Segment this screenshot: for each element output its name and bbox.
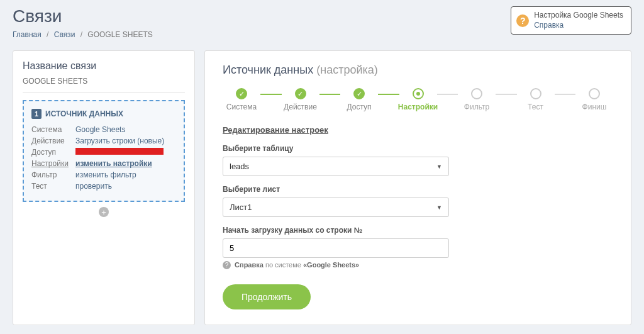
source-header: 1 ИСТОЧНИК ДАННЫХ bbox=[31, 109, 176, 119]
continue-button[interactable]: Продолжить bbox=[223, 284, 311, 309]
step-system[interactable]: Система bbox=[223, 88, 260, 111]
src-label-filter: Фильтр bbox=[31, 170, 75, 179]
src-val-system[interactable]: Google Sheets bbox=[75, 125, 125, 134]
select-table[interactable]: leads bbox=[223, 157, 449, 176]
src-label-action: Действие bbox=[31, 136, 75, 145]
help-box: ? Настройка Google Sheets Справка bbox=[511, 6, 631, 35]
connection-name: GOOGLE SHEETS bbox=[23, 77, 185, 92]
right-panel: Источник данных (настройка) Система Дейс… bbox=[204, 50, 631, 325]
step-filter[interactable]: Фильтр bbox=[458, 88, 496, 111]
step-finish[interactable]: Финиш bbox=[575, 88, 613, 111]
src-label-access: Доступ bbox=[31, 148, 75, 157]
step-access[interactable]: Доступ bbox=[340, 88, 378, 111]
help-box-link[interactable]: Справка bbox=[534, 21, 623, 31]
form-section-title: Редактирование настроек bbox=[223, 125, 613, 135]
src-val-settings[interactable]: изменить настройки bbox=[75, 159, 152, 168]
add-button[interactable]: + bbox=[99, 207, 109, 217]
label-table: Выберите таблицу bbox=[223, 144, 613, 153]
src-val-action[interactable]: Загрузить строки (новые) bbox=[75, 136, 164, 145]
breadcrumb-current: GOOGLE SHEETS bbox=[87, 30, 152, 39]
step-action[interactable]: Действие bbox=[282, 88, 319, 111]
help-box-title: Настройка Google Sheets bbox=[534, 11, 623, 21]
label-sheet: Выберите лист bbox=[223, 185, 613, 194]
breadcrumb: Главная / Связи / GOOGLE SHEETS bbox=[13, 30, 153, 39]
page-title: Связи bbox=[13, 6, 153, 26]
source-box: 1 ИСТОЧНИК ДАННЫХ Система Google Sheets … bbox=[23, 100, 185, 202]
src-val-test[interactable]: проверить bbox=[75, 182, 112, 191]
redacted-access bbox=[75, 148, 164, 155]
src-label-test: Тест bbox=[31, 182, 75, 191]
src-label-settings: Настройки bbox=[31, 159, 75, 168]
source-number: 1 bbox=[31, 109, 42, 119]
help-question-icon: ? bbox=[223, 261, 231, 269]
left-panel: Название связи GOOGLE SHEETS 1 ИСТОЧНИК … bbox=[13, 50, 195, 325]
step-test[interactable]: Тест bbox=[517, 88, 555, 111]
label-start-row: Начать загрузку данных со строки № bbox=[223, 226, 613, 235]
select-sheet[interactable]: Лист1 bbox=[223, 198, 449, 217]
src-val-filter[interactable]: изменить фильтр bbox=[75, 170, 136, 179]
right-panel-title: Источник данных (настройка) bbox=[223, 64, 613, 77]
help-icon: ? bbox=[516, 14, 529, 27]
stepper: Система Действие Доступ Настройки Фильтр… bbox=[223, 88, 613, 111]
breadcrumb-home[interactable]: Главная bbox=[13, 30, 42, 39]
left-panel-title: Название связи bbox=[23, 60, 185, 72]
step-settings[interactable]: Настройки bbox=[399, 88, 437, 111]
src-label-system: Система bbox=[31, 125, 75, 134]
input-start-row[interactable] bbox=[223, 238, 449, 258]
breadcrumb-links[interactable]: Связи bbox=[54, 30, 75, 39]
form-help-line: ? Справка по системе «Google Sheets» bbox=[223, 261, 613, 269]
